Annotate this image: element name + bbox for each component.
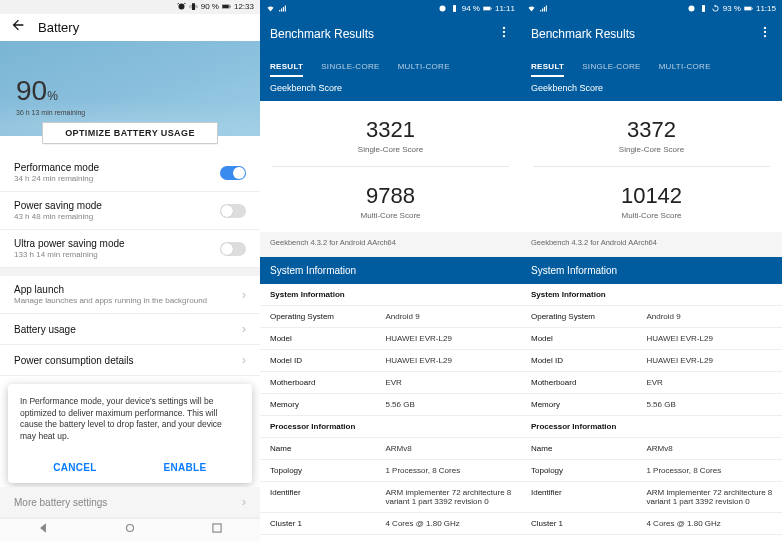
battery-percent-text: 93 % [723, 4, 741, 13]
power-saving-row[interactable]: Power saving mode43 h 48 min remaining [0, 192, 260, 230]
dialog-message: In Performance mode, your device's setti… [20, 396, 240, 442]
table-row: ModelHUAWEI EVR-L29 [260, 328, 521, 350]
app-bar: Benchmark Results [521, 17, 782, 51]
multi-core-value: 10142 [521, 183, 782, 209]
svg-rect-13 [752, 8, 753, 10]
table-row: IdentifierARM implementer 72 architectur… [521, 482, 782, 513]
ultra-power-saving-row[interactable]: Ultra power saving mode133 h 14 min rema… [0, 230, 260, 268]
time-remaining: 36 h 13 min remaining [16, 109, 85, 116]
more-battery-settings-row[interactable]: More battery settings › [0, 487, 260, 518]
tab-single-core[interactable]: SINGLE-CORE [582, 62, 640, 77]
overflow-menu-icon[interactable] [497, 25, 511, 43]
table-row: Operating SystemAndroid 9 [260, 306, 521, 328]
alarm-icon [687, 4, 696, 13]
svg-rect-12 [744, 7, 751, 10]
svg-point-14 [764, 27, 766, 29]
tab-result[interactable]: RESULT [270, 62, 303, 77]
vibrate-icon [699, 4, 708, 13]
svg-point-8 [503, 27, 505, 29]
system-info-table: System Information Operating SystemAndro… [521, 284, 782, 535]
svg-rect-7 [491, 8, 492, 10]
table-row: Topology1 Processor, 8 Cores [521, 460, 782, 482]
single-core-block: 3372 Single-Core Score [521, 101, 782, 166]
vibrate-icon [189, 2, 198, 11]
svg-point-15 [764, 31, 766, 33]
multi-core-label: Multi-Core Score [521, 211, 782, 220]
battery-percent-text: 94 % [462, 4, 480, 13]
chevron-right-icon: › [242, 495, 246, 509]
battery-icon [483, 4, 492, 13]
nav-back-icon[interactable] [36, 521, 50, 539]
battery-usage-row[interactable]: Battery usage › [0, 314, 260, 345]
geekbench-results-screen-2: 93 % 11:15 Benchmark Results RESULT SING… [521, 0, 782, 541]
multi-core-label: Multi-Core Score [260, 211, 521, 220]
multi-core-block: 10142 Multi-Core Score [521, 167, 782, 232]
svg-rect-1 [222, 5, 228, 8]
app-launch-row[interactable]: App launchManage launches and apps runni… [0, 268, 260, 314]
vibrate-icon [450, 4, 459, 13]
ultra-power-saving-toggle[interactable] [220, 242, 246, 256]
section-header: Processor Information [260, 416, 521, 438]
table-row: Topology1 Processor, 8 Cores [260, 460, 521, 482]
version-text: Geekbench 4.3.2 for Android AArch64 [521, 232, 782, 257]
alarm-icon [438, 4, 447, 13]
performance-mode-toggle[interactable] [220, 166, 246, 180]
app-bar: Benchmark Results [260, 17, 521, 51]
battery-icon [222, 2, 231, 11]
tab-multi-core[interactable]: MULTI-CORE [398, 62, 450, 77]
wifi-icon [527, 4, 536, 13]
settings-list: Performance mode34 h 24 min remaining Po… [0, 154, 260, 376]
chevron-right-icon: › [242, 322, 246, 336]
row-label: Power consumption details [14, 355, 134, 366]
tab-single-core[interactable]: SINGLE-CORE [321, 62, 379, 77]
battery-level-value: 90 [16, 75, 47, 106]
version-text: Geekbench 4.3.2 for Android AArch64 [260, 232, 521, 257]
optimize-battery-button[interactable]: OPTIMIZE BATTERY USAGE [42, 122, 218, 145]
nav-home-icon[interactable] [123, 521, 137, 539]
svg-rect-6 [483, 7, 490, 10]
single-core-block: 3321 Single-Core Score [260, 101, 521, 166]
alarm-icon [177, 2, 186, 11]
nav-recent-icon[interactable] [210, 521, 224, 539]
table-row: NameARMv8 [260, 438, 521, 460]
power-saving-toggle[interactable] [220, 204, 246, 218]
clock-text: 12:33 [234, 2, 254, 11]
row-label: More battery settings [14, 497, 107, 508]
row-sub: 34 h 24 min remaining [14, 174, 99, 183]
section-header: System Information [521, 284, 782, 306]
navigation-bar [0, 518, 260, 541]
table-row: Memory5.56 GB [521, 394, 782, 416]
signal-icon [539, 4, 548, 13]
tab-bar: RESULT SINGLE-CORE MULTI-CORE [521, 51, 782, 77]
table-row: Memory5.56 GB [260, 394, 521, 416]
table-row: Cluster 14 Cores @ 1.80 GHz [521, 513, 782, 535]
performance-mode-row[interactable]: Performance mode34 h 24 min remaining [0, 154, 260, 192]
table-row: IdentifierARM implementer 72 architectur… [260, 482, 521, 513]
tab-bar: RESULT SINGLE-CORE MULTI-CORE [260, 51, 521, 77]
table-row: Operating SystemAndroid 9 [521, 306, 782, 328]
app-bar: Battery [0, 14, 260, 41]
geekbench-results-screen-1: 94 % 11:11 Benchmark Results RESULT SING… [260, 0, 521, 541]
section-header: System Information [260, 284, 521, 306]
page-title: Benchmark Results [270, 27, 374, 41]
power-consumption-row[interactable]: Power consumption details › [0, 345, 260, 376]
tab-multi-core[interactable]: MULTI-CORE [659, 62, 711, 77]
back-icon[interactable] [10, 17, 26, 37]
single-core-value: 3321 [260, 117, 521, 143]
table-row: ModelHUAWEI EVR-L29 [521, 328, 782, 350]
score-heading: Geekbench Score [260, 77, 521, 101]
row-label: Ultra power saving mode [14, 238, 125, 249]
sync-icon [711, 4, 720, 13]
tab-result[interactable]: RESULT [531, 62, 564, 77]
single-core-value: 3372 [521, 117, 782, 143]
cancel-button[interactable]: CANCEL [20, 452, 130, 483]
overflow-menu-icon[interactable] [758, 25, 772, 43]
single-core-label: Single-Core Score [521, 145, 782, 154]
section-header: Processor Information [521, 416, 782, 438]
page-title: Battery [38, 20, 79, 35]
table-row: Cluster 14 Cores @ 1.80 GHz [260, 513, 521, 535]
page-title: Benchmark Results [531, 27, 635, 41]
svg-point-16 [764, 35, 766, 37]
enable-button[interactable]: ENABLE [130, 452, 240, 483]
multi-core-value: 9788 [260, 183, 521, 209]
